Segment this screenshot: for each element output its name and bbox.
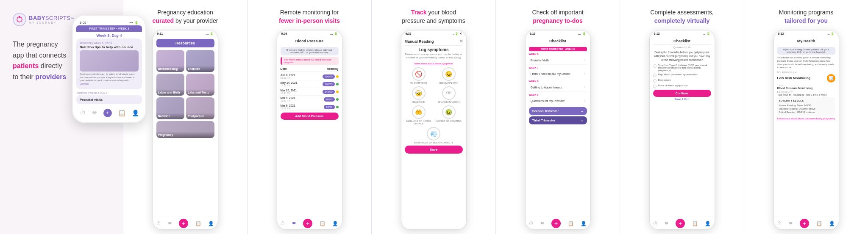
mh-body-text: Your doctor has enrolled you in a remote…: [777, 56, 835, 69]
type-value: Blood Pressure Monitoring: [777, 87, 835, 90]
phone-header-banner: FIRST TRIMESTER • WEEK 8: [76, 25, 142, 32]
mh-alert: If you are feeling unwell, please call y…: [777, 47, 835, 55]
program-icon: 📊: [827, 74, 835, 83]
panel-bp: Remote monitoring for fewer in-person vi…: [247, 0, 371, 234]
resources-bottom-nav: ⏱ ❤ + 📋 👤: [153, 217, 218, 229]
myhealth-phone: 9:13 ▪▪🔋 My Health If you are feeling un…: [773, 30, 839, 230]
symptom-no-symptoms[interactable]: 🚫 NO SYMPTOMS: [405, 67, 433, 84]
mh-program-label: MY PROGRAM: [777, 71, 835, 74]
symptom-shortness[interactable]: 💨 SHORTNESS OF BREATH, ANXIETY: [405, 127, 463, 144]
track-phone: 9:32 ▪🔋✕ Manual Reading ✕ Log symptoms P…: [401, 30, 467, 230]
assess-header: Checklist: [653, 39, 711, 45]
manual-reading-title: Manual Reading: [405, 39, 434, 44]
bp-row-2: May 14, 202112:17 PM 100/85: [281, 80, 339, 88]
assess-option-3[interactable]: Depression: [653, 79, 711, 83]
panel2-fewer: fewer in-person visits: [279, 17, 340, 24]
bp-alert-link[interactable]: See more details about my blood pressure…: [281, 57, 339, 65]
myhealth-header: My Health: [777, 39, 835, 45]
bp-phone: 9:09 ▪▪▪🔋 Blood Pressure If you are feel…: [277, 30, 342, 230]
hero-tagline: The pregnancy app that connects patients…: [13, 39, 66, 82]
bp-row-3: Mar 26, 202112:40 PM 142/90: [281, 88, 339, 96]
save-exit-button[interactable]: Save & Exit: [653, 98, 711, 101]
logo-scripts: SCRIPTS: [45, 15, 71, 21]
tile-breastfeeding: Breastfeeding: [156, 50, 185, 72]
assessment-question: During the 3 months before you got pregn…: [653, 50, 711, 62]
third-trimester-dropdown[interactable]: Third Trimester ⌄: [529, 116, 587, 124]
tile-exercise: Exercise: [186, 50, 214, 72]
panel5-title1: Complete assessments,: [650, 9, 713, 16]
learn-link[interactable]: Learn more about blood pressure during p…: [777, 117, 835, 120]
panel-track: Track your blood pressure and symptoms 9…: [371, 0, 495, 234]
panel4-todos: pregnancy to-dos: [533, 17, 582, 24]
symptom-swelling[interactable]: 🤲 SWELLING OF HANDS OR FACE: [405, 105, 433, 125]
myhealth-bottom-nav: ⏱ ❤ + 📋 👤: [774, 217, 839, 229]
panel3-track: Track: [411, 9, 427, 16]
checklist-prenatal[interactable]: Prenatal Visits ›: [529, 56, 587, 65]
panel1-title2: by your provider: [174, 17, 218, 24]
assess-option-1[interactable]: Type 1 or Type 2 diabetes (NOT gestation…: [653, 64, 711, 72]
checklist-provider-q[interactable]: Questions for my Provider ›: [529, 96, 587, 105]
log-link[interactable]: Learn more about these symptoms: [405, 62, 463, 65]
checklist-header: Checklist: [529, 39, 587, 45]
svg-point-0: [13, 13, 26, 26]
tile-labs: Labs and Tests: [186, 74, 214, 96]
question-progress: Question 2 / 28: [653, 46, 711, 49]
assess-bottom-nav: ⏱ ❤ + 📋 👤: [650, 217, 715, 229]
logo-container: BABYSCRIPTS™ MY JOURNEY: [13, 13, 74, 26]
bp-row-5: Mar 9, 202111:11 PM 94/71: [281, 103, 339, 111]
hero-panel: BABYSCRIPTS™ MY JOURNEY The pregnancy ap…: [0, 0, 123, 234]
save-button[interactable]: Save: [405, 146, 463, 154]
panel-assessment: Complete assessments, completely virtual…: [620, 0, 744, 234]
checklist-bottom-nav: ⏱ ❤ + 📋 👤: [526, 217, 590, 229]
log-symptoms-sub: Please report any symptoms you may be fe…: [405, 53, 463, 60]
second-trimester-dropdown[interactable]: Second Trimester ⌄: [529, 107, 587, 115]
continue-button[interactable]: Continue: [653, 90, 711, 97]
panel1-title1: Pregnancy education: [157, 9, 213, 16]
panel3-title1: your blood: [427, 9, 456, 16]
mh-program-name: Low Risk Monitoring: [777, 76, 811, 80]
phone-bottom-nav: ⏱ ❤ + 📋 👤: [76, 106, 142, 118]
severity-block: SEVERITY LEVELS Normal Reading: Below 14…: [777, 97, 835, 116]
resources-grid: Breastfeeding Exercise Labor and Birth L…: [156, 50, 214, 138]
tile-nutrition: Nutrition: [156, 97, 185, 119]
panel-checklist: Check off important pregnancy to-dos 9:1…: [495, 0, 620, 234]
svg-point-2: [19, 16, 20, 18]
assess-option-4[interactable]: None of these apply to me: [653, 84, 711, 88]
resources-phone: 9:11 ▪▪▪🔋 Resources Breastfeeding Exerci…: [153, 30, 218, 230]
hero-phone: 9:05 ▪▪▪ 🔋 FIRST TRIMESTER • WEEK 8 Week…: [72, 15, 146, 123]
bp-header: Blood Pressure: [281, 39, 339, 45]
symptom-abdominal-pain[interactable]: 😣 ABDOMINAL PAIN: [435, 67, 463, 84]
tile-pregnancy: Pregnancy: [156, 121, 214, 138]
tile-labor: Labor and Birth: [156, 74, 185, 96]
freq-value: Take your BP reading at least 1 time a w…: [777, 94, 835, 96]
panel-myhealth: Monitoring programs tailored for you 9:1…: [744, 0, 868, 234]
symptom-change-vision[interactable]: 👁 CHANGE IN VISION: [435, 86, 463, 103]
symptom-nausea[interactable]: 🤢 NAUSEA OR VOMITING: [435, 105, 463, 125]
panel4-title1: Check off important: [532, 9, 583, 16]
bp-alert: If you are feeling unwell, please call y…: [281, 47, 339, 55]
close-button[interactable]: ✕: [459, 39, 463, 44]
symptom-headache[interactable]: 🤕 HEADACHE: [405, 86, 433, 103]
bp-row-4: Mar 9, 202111:20 PM 86/75: [281, 96, 339, 103]
logo-myjourney: MY JOURNEY: [29, 21, 74, 24]
tile-postpartum: Postpartum: [186, 97, 214, 119]
assess-option-2[interactable]: High blood pressure / hypertension: [653, 73, 711, 77]
panel2-title1: Remote monitoring for: [280, 9, 339, 16]
add-bp-button[interactable]: Add Blood Pressure: [281, 113, 339, 120]
bp-bottom-nav: ⏱ ❤ + 📋 👤: [277, 217, 342, 229]
panel6-title1: Monitoring programs: [779, 9, 833, 16]
logo-baby: BABY: [29, 15, 45, 21]
checklist-appointments[interactable]: Getting to Appointments ›: [529, 83, 587, 92]
resources-header: Resources: [156, 39, 214, 47]
checklist-call-doctor[interactable]: I think I need to call my Doctor ›: [529, 69, 587, 78]
feature-panels: Pregnancy education curated by your prov…: [123, 0, 868, 234]
panel1-curated: curated: [153, 17, 174, 24]
babyscripts-logo-icon: [13, 13, 26, 26]
checklist-phone: 9:13 ▪▪▪🔋 Checklist FIRST TRIMESTER, WEE…: [525, 30, 591, 230]
assessment-phone: 9:12 ▪▪🔋 Checklist Question 2 / 28 Durin…: [649, 30, 715, 230]
symptoms-grid: 🚫 NO SYMPTOMS 😣 ABDOMINAL PAIN 🤕 HEADACH…: [405, 67, 463, 125]
bp-row-1: Jun 8, 202101:12 PM 100/90: [281, 73, 339, 80]
log-symptoms-title: Log symptoms: [405, 47, 463, 52]
panel3-title2: pressure and symptoms: [402, 17, 465, 24]
first-trimester-badge: FIRST TRIMESTER, WEEK 6: [529, 47, 587, 51]
